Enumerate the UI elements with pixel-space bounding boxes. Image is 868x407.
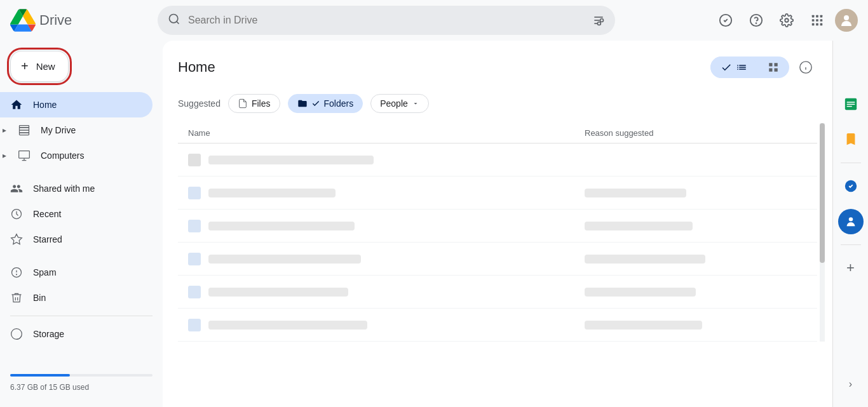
row-reason (585, 255, 807, 264)
tasks-panel-icon[interactable] (838, 173, 864, 199)
svg-rect-28 (775, 63, 778, 66)
svg-rect-36 (846, 104, 855, 105)
view-controls (710, 56, 817, 79)
search-filter-button[interactable] (592, 14, 605, 27)
new-button-wrapper: + New (0, 46, 163, 92)
expand-arrow-my-drive[interactable]: ▸ (0, 126, 6, 135)
svg-rect-27 (769, 63, 772, 66)
computers-icon (18, 149, 31, 162)
storage-bar-fill (10, 374, 70, 377)
svg-marker-23 (11, 234, 22, 244)
scrollbar-thumb[interactable] (820, 123, 825, 263)
people-chip[interactable]: People (370, 94, 429, 113)
layout: + New Home ▸ My Drive ▸ Computers (0, 0, 868, 407)
svg-point-19 (844, 15, 849, 20)
user-avatar[interactable] (835, 9, 858, 32)
scrollbar-track[interactable] (820, 123, 825, 342)
expand-panel-button[interactable]: › (838, 371, 864, 397)
apps-button[interactable] (804, 8, 830, 33)
home-icon (10, 98, 23, 111)
sidebar-item-starred[interactable]: Starred (0, 227, 153, 252)
table-row[interactable] (178, 276, 817, 309)
svg-rect-16 (812, 23, 815, 26)
sidebar-item-home[interactable]: Home (0, 92, 153, 117)
svg-rect-30 (775, 69, 778, 72)
svg-point-0 (170, 14, 178, 22)
sidebar-item-computers[interactable]: ▸ Computers (0, 143, 153, 168)
plus-icon: + (21, 59, 29, 74)
sidebar: + New Home ▸ My Drive ▸ Computers (0, 41, 163, 407)
svg-rect-35 (846, 102, 855, 102)
row-name (188, 187, 585, 199)
main-content: Home Suggested Files (163, 41, 832, 407)
files-chip[interactable]: Files (228, 94, 280, 113)
table-row[interactable] (178, 143, 817, 177)
help-button[interactable] (743, 8, 769, 33)
view-toggle (710, 57, 789, 78)
search-input[interactable] (188, 15, 585, 26)
info-button[interactable] (794, 56, 817, 79)
contacts-panel-icon[interactable] (838, 209, 864, 234)
table-row[interactable] (178, 210, 817, 243)
sidebar-label-computers: Computers (41, 150, 84, 161)
row-name-blur (208, 288, 348, 297)
settings-button[interactable] (774, 8, 799, 33)
list-view-button[interactable] (710, 57, 757, 78)
sidebar-item-recent[interactable]: Recent (0, 201, 153, 227)
svg-rect-10 (812, 15, 815, 18)
file-icon (188, 220, 201, 232)
file-icon (188, 187, 201, 199)
search-bar[interactable] (158, 6, 615, 35)
add-panel-button[interactable]: + (838, 255, 864, 281)
right-panel: + › (832, 41, 868, 407)
app-title: Drive (39, 12, 72, 29)
suggested-label: Suggested (178, 98, 220, 109)
row-name (188, 220, 585, 232)
status-check-button[interactable] (713, 8, 738, 33)
row-reason (585, 321, 807, 330)
row-name-blur (208, 222, 355, 230)
my-drive-icon (18, 124, 31, 137)
sidebar-item-my-drive[interactable]: ▸ My Drive (0, 117, 153, 143)
keep-panel-icon[interactable] (838, 127, 864, 152)
expand-arrow-computers[interactable]: ▸ (0, 151, 6, 160)
row-reason (585, 189, 807, 197)
bin-icon (10, 291, 23, 304)
page-title: Home (178, 59, 215, 76)
file-icon (188, 154, 201, 166)
search-icon (168, 13, 180, 29)
svg-rect-29 (769, 69, 772, 72)
sidebar-item-bin[interactable]: Bin (0, 285, 153, 310)
recent-icon (10, 208, 23, 220)
table-row[interactable] (178, 177, 817, 210)
new-button[interactable]: + New (10, 51, 69, 82)
table-row[interactable] (178, 243, 817, 276)
row-name-blur (208, 189, 336, 197)
sidebar-item-storage[interactable]: Storage (0, 321, 153, 347)
grid-view-button[interactable] (757, 57, 789, 78)
row-name-blur (208, 321, 367, 330)
sidebar-label-storage: Storage (33, 329, 64, 339)
table-row[interactable] (178, 309, 817, 342)
table-header: Name Reason suggested (178, 123, 817, 143)
svg-rect-12 (820, 15, 823, 18)
sidebar-label-home: Home (33, 100, 57, 110)
svg-point-9 (785, 18, 789, 22)
sidebar-label-spam: Spam (33, 267, 57, 277)
svg-point-26 (17, 274, 17, 275)
topbar-right (713, 8, 858, 33)
storage-bar-background (10, 374, 153, 377)
row-name (188, 286, 585, 298)
row-name (188, 154, 585, 166)
row-reason (585, 288, 807, 297)
table-container: Name Reason suggested (178, 123, 817, 342)
row-name-blur (208, 156, 374, 164)
sidebar-item-spam[interactable]: Spam (0, 260, 153, 285)
folders-chip[interactable]: Folders (288, 94, 363, 113)
sidebar-item-shared-with-me[interactable]: Shared with me (0, 176, 153, 201)
svg-rect-13 (812, 19, 815, 22)
sidebar-label-shared: Shared with me (33, 183, 95, 194)
sheets-panel-icon[interactable] (838, 91, 864, 117)
shared-icon (10, 182, 23, 195)
svg-point-4 (600, 19, 604, 22)
